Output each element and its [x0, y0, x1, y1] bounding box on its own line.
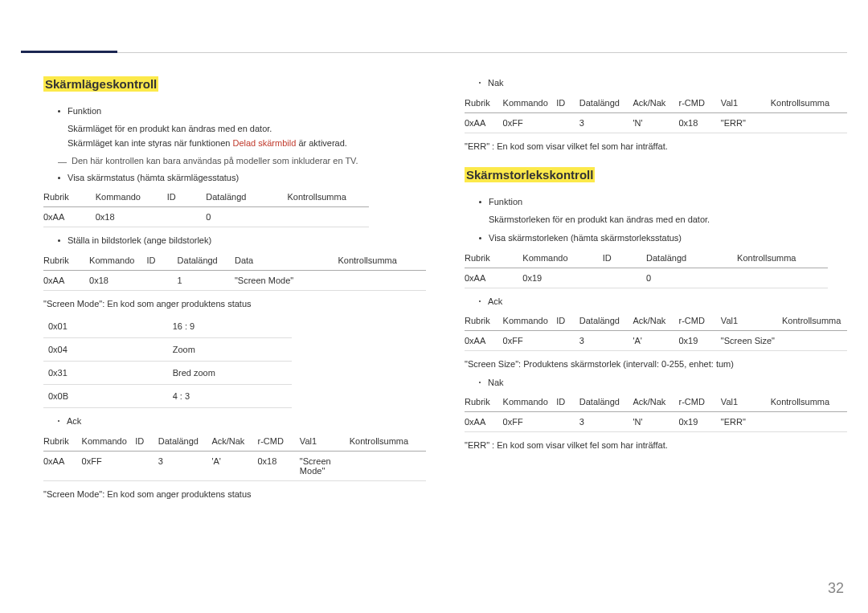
- th: Val1: [721, 392, 771, 412]
- th: r-CMD: [258, 431, 300, 452]
- s2-nak-label: Nak: [488, 376, 504, 390]
- td: [350, 451, 426, 480]
- td: 0x19: [679, 412, 721, 432]
- td: 0x19: [522, 268, 602, 288]
- s2-table1: Rubrik Kommando ID Datalängd Kontrollsum…: [465, 248, 828, 288]
- b1-text: Visa skärmstatus (hämta skärmlägesstatus…: [68, 171, 239, 185]
- th: Kommando: [89, 251, 146, 271]
- nak-bullet: Nak: [479, 76, 847, 90]
- td: 0xFF: [503, 412, 557, 432]
- td: 0x18: [679, 112, 721, 133]
- td: [737, 268, 828, 288]
- th: Kommando: [503, 392, 557, 412]
- td: 4 : 3: [168, 385, 293, 408]
- th: r-CMD: [679, 93, 721, 113]
- td: "ERR": [721, 112, 771, 133]
- td: 16 : 9: [168, 315, 293, 338]
- th: ID: [556, 392, 579, 412]
- bullet-icon: [479, 201, 481, 203]
- th: Val1: [300, 431, 350, 452]
- bullet-icon: [58, 110, 60, 112]
- ack-label: Ack: [67, 415, 81, 428]
- bullet-icon: [58, 177, 60, 179]
- nak-label: Nak: [488, 76, 504, 90]
- td: 0x01: [43, 315, 168, 338]
- bullet-icon: [58, 420, 59, 422]
- th: Kommando: [503, 311, 557, 331]
- td: 'N': [633, 412, 678, 432]
- func2-bullet: Funktion: [479, 195, 847, 209]
- th: ID: [603, 248, 646, 268]
- td: [135, 451, 158, 480]
- th: Kommando: [522, 248, 602, 268]
- th: Datalängd: [206, 187, 287, 207]
- td: 0xFF: [503, 331, 557, 351]
- s2b1: Visa skärmstorleken (hämta skärmstorleks…: [479, 231, 847, 245]
- b2-text: Ställa in bildstorlek (ange bildstorlek): [68, 234, 211, 247]
- s2-table2: Rubrik Kommando ID Datalängd Ack/Nak r-C…: [465, 311, 847, 351]
- th: Kontrollsumma: [350, 431, 426, 452]
- td: 0xAA: [43, 207, 96, 227]
- bullet-icon: [479, 300, 481, 302]
- note-line: ― Den här kontrollen kan bara användas p…: [58, 156, 426, 166]
- bullet-icon: [479, 382, 481, 383]
- td: [782, 331, 847, 351]
- th: ID: [556, 311, 579, 331]
- td: [556, 112, 579, 133]
- th: Datalängd: [158, 431, 212, 452]
- th: Rubrik: [465, 93, 503, 113]
- th: Datalängd: [579, 392, 633, 412]
- table3: Rubrik Kommando ID Datalängd Ack/Nak r-C…: [43, 431, 426, 481]
- func-label: Funktion: [68, 104, 101, 118]
- right-column: Nak Rubrik Kommando ID Datalängd Ack/Nak…: [465, 76, 847, 505]
- err-desc: "ERR" : En kod som visar vilket fel som …: [465, 140, 847, 153]
- td: 0x19: [679, 331, 721, 351]
- section1-title: Skärmlägeskontroll: [43, 76, 158, 92]
- td: 0xAA: [465, 331, 503, 351]
- th: ID: [167, 187, 207, 207]
- s2-ack: Ack: [479, 295, 847, 309]
- td: 0x18: [258, 451, 300, 480]
- th: Ack/Nak: [633, 392, 678, 412]
- td: 3: [579, 331, 633, 351]
- bullet-icon: [479, 237, 481, 239]
- th: Ack/Nak: [633, 93, 678, 113]
- td: 0: [646, 268, 737, 288]
- s2-err-desc: "ERR" : En kod som visar vilket fel som …: [465, 439, 847, 452]
- s2-ack-label: Ack: [488, 295, 502, 309]
- th: Kontrollsumma: [338, 251, 426, 271]
- th: Rubrik: [43, 431, 82, 452]
- th: Kontrollsumma: [782, 311, 847, 331]
- td: "ERR": [721, 412, 771, 432]
- td: [771, 412, 847, 432]
- th: ID: [135, 431, 158, 452]
- section2-title: Skärmstorlekskontroll: [465, 167, 595, 182]
- warn-red: Delad skärmbild: [232, 138, 296, 148]
- func2-text: Skärmstorleken för en produkt kan ändras…: [489, 212, 847, 227]
- td: 0xAA: [465, 112, 503, 133]
- td: 0xAA: [43, 270, 89, 290]
- td: 0x31: [43, 362, 168, 385]
- th: Val1: [721, 93, 771, 113]
- th: Kommando: [503, 93, 557, 113]
- th: Rubrik: [43, 187, 96, 207]
- left-column: Skärmlägeskontroll Funktion Skärmläget f…: [43, 76, 426, 505]
- td: 0x04: [43, 338, 168, 362]
- s2-desc1: "Screen Size": Produktens skärmstorlek (…: [465, 358, 847, 371]
- b1: Visa skärmstatus (hämta skärmlägesstatus…: [58, 171, 426, 185]
- td: [556, 331, 579, 351]
- td: [771, 112, 847, 133]
- func-bullet: Funktion: [58, 104, 426, 118]
- th: Val1: [721, 311, 782, 331]
- th: r-CMD: [679, 311, 721, 331]
- header-divider: [21, 52, 847, 53]
- td: 3: [158, 451, 212, 480]
- th: Data: [235, 251, 338, 271]
- td: 'A': [211, 451, 257, 480]
- td: 0xFF: [82, 451, 136, 480]
- td: 0xAA: [465, 268, 522, 288]
- td: [603, 268, 646, 288]
- td: 0: [206, 207, 287, 227]
- th: Datalängd: [579, 93, 633, 113]
- desc1: "Screen Mode": En kod som anger produkte…: [43, 297, 426, 311]
